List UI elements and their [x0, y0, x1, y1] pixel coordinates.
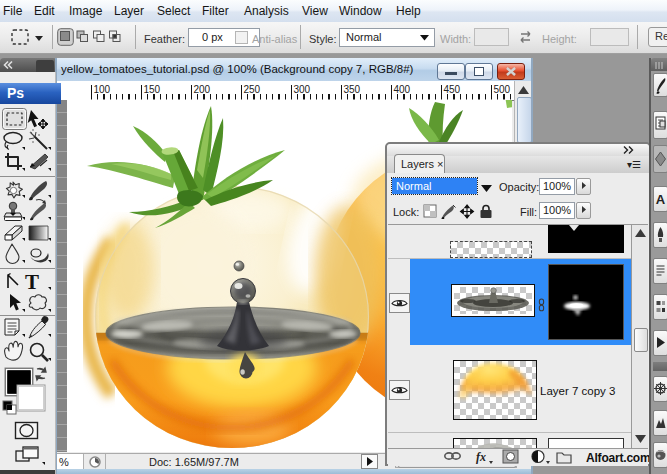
svg-text:300: 300 — [294, 84, 311, 95]
svg-text:450: 450 — [444, 84, 461, 95]
svg-text:400: 400 — [394, 84, 411, 95]
svg-text:150: 150 — [144, 84, 161, 95]
svg-text:A: A — [656, 192, 666, 207]
svg-text:350: 350 — [344, 84, 361, 95]
svg-text:500: 500 — [494, 84, 511, 95]
svg-text:250: 250 — [244, 84, 261, 95]
svg-text:fx: fx — [476, 450, 486, 464]
svg-text:T: T — [25, 270, 39, 294]
svg-text:100: 100 — [94, 84, 111, 95]
svg-text:200: 200 — [194, 84, 211, 95]
